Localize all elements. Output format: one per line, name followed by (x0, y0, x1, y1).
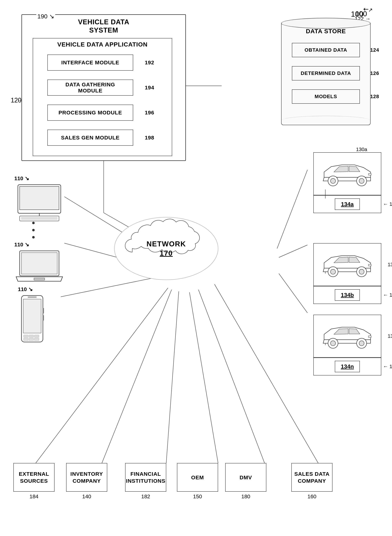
device-desktop-ref: 110 ↘ (14, 175, 64, 182)
svg-rect-26 (21, 253, 57, 274)
svg-rect-24 (21, 217, 58, 220)
inventory-company-box: INVENTORYCOMPANY (66, 463, 107, 492)
sales-gen-module-label: SALES GEN MODULE (61, 135, 120, 141)
vds-ref-120-arrow: → (17, 97, 22, 103)
svg-rect-36 (23, 338, 28, 340)
financial-institutions-label: FINANCIALINSTITUTIONS (126, 470, 165, 484)
processing-module-ref: 196 (145, 110, 154, 116)
svg-point-50 (331, 341, 336, 346)
device-laptop-ref: 110 ↘ (14, 241, 64, 248)
svg-rect-34 (29, 335, 34, 337)
svg-rect-30 (28, 296, 37, 298)
datastore-cylinder: DATA STORE OBTAINED DATA 124 DETERMINED … (281, 18, 371, 132)
sales-data-company-label: SALES DATACOMPANY (294, 470, 329, 484)
svg-line-5 (277, 170, 308, 248)
dmv-label: DMV (239, 474, 252, 481)
fig-arrow2: ↗ (368, 7, 373, 13)
oem-box: OEM (177, 463, 218, 492)
external-sources-box: EXTERNALSOURCES (13, 463, 55, 492)
device-laptop-group: 110 ↘ (14, 241, 64, 285)
svg-line-7 (279, 274, 308, 313)
interface-module-ref: 192 (145, 60, 154, 66)
obd-132n-box: 134n ← 132n (313, 358, 381, 375)
data-gathering-label: DATA GATHERINGMODULE (65, 82, 115, 94)
vehicle-130n-group: 130n 134n ← 132n (313, 315, 381, 375)
dmv-ref: 180 (225, 494, 266, 499)
data-gathering-ref: 194 (145, 84, 154, 91)
interface-module-label: INTERFACE MODULE (61, 60, 119, 66)
svg-point-52 (359, 341, 364, 346)
network-label: NETWORK 170 (147, 239, 186, 258)
vds-outer-box: 190 ↘ VEHICLE DATA SYSTEM VEHICLE DATA A… (21, 14, 186, 161)
vehicle-130a-ref: 130a (356, 147, 367, 152)
models-ref: 128 (370, 94, 379, 99)
obtained-data-box: OBTAINED DATA 124 (292, 43, 360, 57)
svg-point-47 (359, 269, 364, 274)
svg-rect-33 (23, 335, 28, 337)
vehicle-130n-box: 130n (313, 315, 381, 358)
vehicle-130b-ref-label: 130b (388, 262, 392, 267)
svg-point-42 (359, 178, 364, 183)
inventory-company-ref: 140 (66, 494, 107, 499)
obd-132a-box: 134a ← 132a (313, 195, 381, 213)
cylinder-top (281, 18, 371, 29)
datastore-container: 122 → DATA STORE OBTAINED DATA 124 DETER… (281, 18, 371, 132)
device-desktop-group: 110 ↘ (14, 175, 64, 223)
models-label: MODELS (315, 94, 337, 99)
laptop-icon (14, 249, 64, 285)
vda-title: VEHICLE DATA APPLICATION (33, 41, 172, 48)
car-130a-icon (319, 158, 376, 190)
obd-132b-ref-label: ← 132b (383, 292, 392, 298)
svg-rect-20 (20, 186, 59, 210)
determined-data-box: DETERMINED DATA 126 (292, 66, 360, 80)
external-sources-label: EXTERNALSOURCES (19, 470, 49, 484)
mobile-icon (18, 294, 47, 344)
data-gathering-module-box: DATA GATHERINGMODULE 194 (47, 79, 133, 96)
obtained-data-label: OBTAINED DATA (305, 47, 347, 53)
svg-line-13 (215, 284, 318, 463)
dot1 (32, 222, 35, 224)
dot3 (32, 236, 35, 238)
svg-rect-27 (34, 278, 45, 280)
svg-rect-53 (369, 336, 371, 338)
svg-rect-35 (34, 335, 39, 337)
svg-line-12 (198, 290, 265, 463)
svg-rect-38 (34, 338, 39, 340)
svg-line-11 (190, 292, 218, 463)
oem-label: OEM (191, 474, 204, 481)
vehicle-130a-group: 130a 134a ← 132a (313, 147, 381, 213)
car-130b-icon (319, 248, 376, 281)
obtained-data-ref: 124 (370, 47, 379, 53)
obd-132a-ref-label: ← 132a (383, 201, 392, 207)
desktop-icon (14, 183, 64, 222)
obd-134a-id: 134a (335, 198, 360, 210)
sales-data-company-box: SALES DATACOMPANY (291, 463, 332, 492)
vda-inner-box: VEHICLE DATA APPLICATION INTERFACE MODUL… (33, 38, 172, 156)
device-mobile-ref: 110 ↘ (18, 286, 47, 292)
external-sources-ref: 184 (13, 494, 55, 499)
vehicle-130n-ref-label: 130n (388, 333, 392, 339)
vds-ref-190: 190 ↘ (36, 13, 55, 20)
vds-title: VEHICLE DATA SYSTEM (22, 18, 185, 34)
svg-point-45 (331, 269, 336, 274)
svg-line-10 (166, 291, 179, 463)
determined-data-ref: 126 (370, 70, 379, 76)
svg-point-40 (331, 178, 336, 183)
sales-gen-module-ref: 198 (145, 135, 154, 141)
svg-rect-48 (369, 264, 371, 266)
svg-rect-32 (43, 315, 44, 321)
oem-ref: 150 (177, 494, 218, 499)
obd-134n-id: 134n (335, 361, 360, 372)
svg-line-8 (36, 288, 168, 463)
processing-module-label: PROCESSING MODULE (58, 110, 122, 116)
financial-institutions-box: FINANCIALINSTITUTIONS (125, 463, 166, 492)
svg-rect-29 (23, 299, 41, 333)
vehicle-130a-box (313, 152, 381, 195)
sales-data-company-ref: 160 (291, 494, 332, 499)
svg-rect-37 (29, 338, 34, 340)
inventory-company-label: INVENTORYCOMPANY (70, 470, 103, 484)
network-ref: 170 (147, 248, 186, 258)
svg-line-6 (279, 245, 308, 257)
obd-132b-box: 134b ← 132b (313, 286, 381, 304)
vehicle-130b-group: 130b 134b ← 132b (313, 243, 381, 304)
